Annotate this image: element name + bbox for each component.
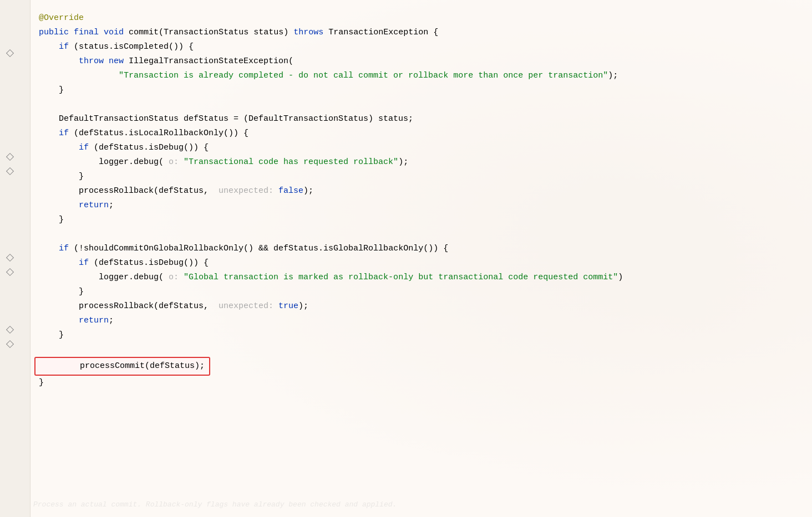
code-line-highlighted: processCommit(defStatus); (33, 357, 812, 376)
highlighted-code-block: processCommit(defStatus); (34, 357, 210, 376)
gutter-icon-7[interactable] (6, 340, 14, 349)
code-editor: @Override public final void commit(Trans… (0, 0, 812, 517)
code-line-9: if (defStatus.isDebug()) { (33, 141, 812, 155)
gutter-icon-4[interactable] (6, 253, 14, 262)
code-line-7: DefaultTransactionStatus defStatus = (De… (33, 112, 812, 126)
gutter-icon-3[interactable] (6, 167, 14, 176)
code-line-3: throw new IllegalTransactionStateExcepti… (33, 54, 812, 69)
code-line-12: processRollback(defStatus, unexpected: f… (33, 184, 812, 198)
gutter-icon-6[interactable] (6, 325, 14, 334)
code-line-closing: } (33, 376, 812, 390)
code-line-19: } (33, 285, 812, 299)
code-line-21: return; (33, 314, 812, 328)
code-line-17: if (defStatus.isDebug()) { (33, 256, 812, 270)
code-line-annotation: @Override (33, 11, 812, 25)
code-line-8: if (defStatus.isLocalRollbackOnly()) { (33, 126, 812, 141)
gutter-icon-1[interactable] (6, 49, 14, 58)
code-line-14: } (33, 213, 812, 227)
code-line-4: "Transaction is already completed - do n… (33, 69, 812, 83)
gutter-icon-5[interactable] (6, 268, 14, 277)
code-line-13: return; (33, 198, 812, 213)
code-line-20: processRollback(defStatus, unexpected: t… (33, 299, 812, 314)
code-gutter (0, 0, 31, 517)
code-line-2: if (status.isCompleted()) { (33, 40, 812, 54)
code-line-blank-3 (33, 342, 812, 357)
code-line-blank-1 (33, 98, 812, 112)
gutter-icon-2[interactable] (6, 152, 14, 161)
code-line-22: } (33, 328, 812, 342)
code-line-11: } (33, 170, 812, 184)
code-line-1: public final void commit(TransactionStat… (33, 25, 812, 40)
code-line-18: logger.debug( o: "Global transaction is … (33, 270, 812, 285)
code-line-10: logger.debug( o: "Transactional code has… (33, 155, 812, 170)
code-line-blank-2 (33, 227, 812, 242)
code-line-5: } (33, 83, 812, 98)
code-line-16: if (!shouldCommitOnGlobalRollbackOnly() … (33, 242, 812, 256)
